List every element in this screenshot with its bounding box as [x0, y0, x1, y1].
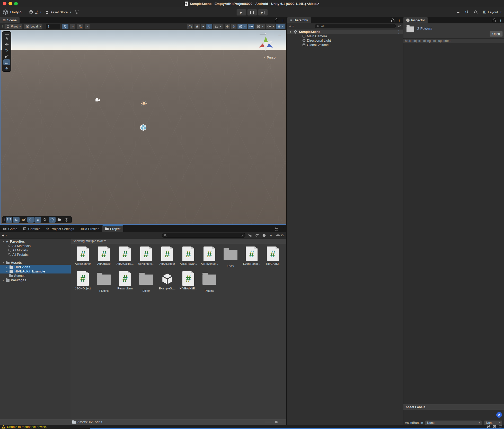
open-button[interactable]: Open	[490, 31, 503, 37]
orientation-gizmo[interactable]: y x z	[253, 31, 279, 58]
asset-item[interactable]: Editor	[220, 246, 241, 271]
rotation-mode-dropdown[interactable]: Local ▾	[24, 24, 42, 29]
hierarchy-item-global-volume[interactable]: Global Volume	[287, 43, 403, 47]
tool-settings-toggle[interactable]	[13, 217, 20, 223]
main-camera-gizmo[interactable]	[95, 98, 101, 103]
shading-shaded-button[interactable]: ●	[201, 24, 206, 29]
rotate-tool-button[interactable]: ↻	[3, 48, 10, 53]
pivot-mode-dropdown[interactable]: Pivot ▾	[4, 24, 22, 29]
hierarchy-search-input[interactable]	[321, 24, 394, 28]
sidebar-item-favorites[interactable]: ▾ ★ Favorites	[0, 239, 71, 244]
layer-visibility-dropdown[interactable]: ▾	[255, 24, 265, 29]
layout-dropdown[interactable]: ⊞ Layout ▾	[483, 10, 501, 14]
asset-labels-header[interactable]: Asset Labels	[403, 404, 504, 410]
snap-settings-dropdown[interactable]: ▾	[85, 24, 90, 29]
breadcrumb[interactable]: Assets/HIVEAdKit	[72, 420, 102, 424]
lock-icon[interactable]	[275, 228, 278, 231]
debug-mode-dropdown[interactable]: ▾	[213, 24, 223, 29]
add-label-button[interactable]	[496, 412, 502, 418]
shading-wireframe-button[interactable]: ◯	[187, 24, 193, 29]
tab-console[interactable]: Console	[20, 225, 43, 232]
effects-mute-button[interactable]: ⊘	[231, 24, 237, 29]
grid-visibility-dropdown[interactable]: ▾	[70, 24, 75, 29]
create-object-dropdown[interactable]: + ▾	[289, 24, 294, 28]
tab-project[interactable]: Project	[102, 225, 123, 232]
hierarchy-scene-row[interactable]: ▾ SampleScene ⋮	[287, 30, 403, 34]
lighting-toggle-button[interactable]: ☾	[206, 24, 212, 29]
axis-x-label[interactable]: x	[253, 46, 255, 49]
asset-item[interactable]: #HIVEAdKitE...	[178, 271, 199, 295]
hierarchy-search-field[interactable]	[315, 24, 396, 28]
picker-icon[interactable]	[398, 24, 401, 28]
asset-item[interactable]: Editor	[136, 271, 157, 295]
project-search-input[interactable]	[168, 233, 239, 237]
tab-build-profiles[interactable]: Build Profiles	[77, 225, 102, 232]
tab-scene[interactable]: ⊞ Scene	[0, 17, 20, 23]
asset-item[interactable]: Plugins	[199, 271, 220, 295]
shading-shadedwire-button[interactable]: ◉	[194, 24, 200, 29]
account-menu[interactable]: 김 ▾	[29, 10, 41, 14]
sidebar-item-all-materials[interactable]: All Materials	[0, 244, 71, 248]
search-by-type-button[interactable]	[248, 233, 252, 237]
picker-icon[interactable]	[241, 234, 244, 237]
asset-item[interactable]: #JSONObject	[72, 271, 93, 295]
pause-button[interactable]	[247, 9, 257, 16]
grid-snap-toggle[interactable]: ⊞	[20, 217, 27, 223]
grid-visibility-button[interactable]	[62, 24, 68, 29]
toolbar-drag-handle[interactable]: ‖	[2, 25, 3, 28]
asset-item[interactable]: #AdKitInters...	[136, 246, 157, 271]
lock-icon[interactable]	[391, 20, 394, 22]
hierarchy-item-main-camera[interactable]: Main Camera	[287, 34, 403, 38]
sidebar-item-packages[interactable]: ▸ Packages	[0, 278, 71, 282]
version-control-button[interactable]	[75, 10, 79, 14]
tab-inspector[interactable]: i Inspector	[403, 17, 428, 23]
axis-z-label[interactable]: z	[277, 46, 278, 49]
scene-menu-icon[interactable]: ⋮	[397, 30, 401, 34]
rect-tool-button[interactable]	[3, 59, 10, 65]
camera-settings-dropdown[interactable]: ▾	[266, 24, 276, 29]
hand-tool-button[interactable]	[3, 36, 10, 41]
transform-tool-button[interactable]: ⊕	[3, 65, 10, 71]
lock-icon[interactable]	[275, 20, 278, 22]
header-menu-icon[interactable]: ⋮	[498, 26, 502, 30]
search-by-label-button[interactable]	[255, 233, 259, 237]
overlay-drag-handle[interactable]: ‖	[4, 218, 5, 222]
overlay-drag-handle[interactable]	[5, 33, 9, 35]
move-tool-button[interactable]	[3, 42, 10, 47]
asset-item[interactable]: #AdKitBanner	[72, 246, 93, 271]
sidebar-item-all-prefabs[interactable]: All Prefabs	[0, 252, 71, 257]
slider-thumb[interactable]	[275, 421, 278, 423]
tab-hierarchy[interactable]: ≡ Hierarchy	[287, 17, 311, 23]
scale-tool-button[interactable]	[3, 53, 10, 59]
cloud-services-button[interactable]: ☁	[456, 10, 460, 14]
perspective-toggle[interactable]: < Persp	[264, 56, 276, 59]
search-button[interactable]	[474, 10, 478, 14]
tab-project-settings[interactable]: ⚙ Project Settings	[43, 225, 77, 232]
panel-menu-icon[interactable]: ⋮	[499, 19, 502, 22]
grid-size-input[interactable]	[46, 24, 60, 29]
global-volume-gizmo[interactable]	[140, 124, 147, 132]
gizmos-toggle[interactable]: ◈	[34, 217, 41, 223]
directional-light-gizmo[interactable]: ☀	[140, 99, 148, 108]
hierarchy-item-directional-light[interactable]: Directional Light	[287, 38, 403, 43]
expander-icon[interactable]: ▾	[2, 261, 5, 264]
compass-toggle[interactable]	[63, 217, 70, 223]
expander-icon[interactable]: ▸	[6, 270, 8, 273]
lock-icon[interactable]	[493, 20, 496, 22]
tab-game[interactable]: Game	[0, 225, 20, 232]
asset-item[interactable]: #EventHandl...	[241, 246, 262, 271]
asset-item[interactable]: #RewardItem	[114, 271, 136, 295]
audio-mute-button[interactable]: ⊘	[225, 24, 230, 29]
status-warning-text[interactable]: Unable to reconnect device.	[7, 425, 47, 429]
expander-icon[interactable]: ▸	[6, 266, 8, 268]
favorite-search-button[interactable]: ★	[269, 233, 273, 237]
panel-menu-icon[interactable]: ⋮	[397, 19, 401, 22]
camera-preview-toggle[interactable]	[56, 217, 63, 223]
axis-y-label[interactable]: y	[265, 31, 266, 34]
play-button[interactable]: ▶	[236, 9, 246, 16]
undo-history-button[interactable]: ↺	[465, 10, 468, 14]
create-asset-dropdown[interactable]: + ▾	[2, 233, 7, 238]
asset-item[interactable]: Plugins	[93, 271, 114, 295]
asset-item[interactable]: #AdKitLogger	[157, 246, 178, 271]
move-snap-toggle[interactable]	[49, 217, 56, 223]
